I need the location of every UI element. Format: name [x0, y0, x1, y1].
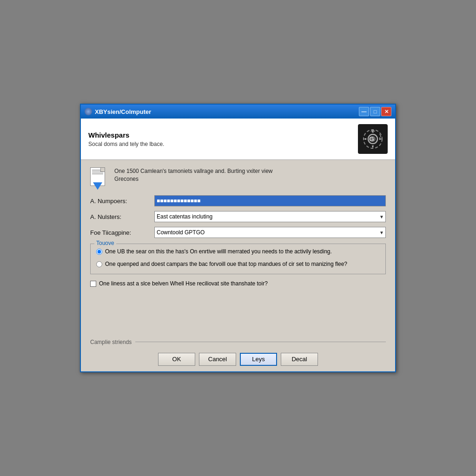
window-title: XBYsien/Colmputer — [95, 108, 151, 115]
ok-button[interactable]: OK — [158, 353, 195, 366]
checkbox-label: One liness ast a slce belven Whell Hse r… — [99, 280, 268, 288]
button-row: OK Cancel Leys Decal — [81, 349, 395, 371]
leys-button[interactable]: Leys — [240, 353, 277, 366]
title-bar-left: XBYsien/Colmputer — [85, 108, 151, 115]
title-bar: XBYsien/Colmputer — □ ✕ — [81, 105, 395, 119]
separator-line — [135, 342, 386, 342]
document-icon — [90, 167, 109, 188]
main-window: XBYsien/Colmputer — □ ✕ Whivlespars Soca… — [80, 104, 396, 372]
radio2-item: One quenped and doest campars the bac fo… — [96, 260, 380, 268]
minimize-button[interactable]: — — [359, 107, 369, 116]
touove-group: Touove One UB the sear on this the has's… — [90, 244, 386, 274]
nulsters-select-wrapper: East catentas incluting — [154, 211, 386, 222]
bottom-section: Camplie striends — [81, 337, 395, 345]
cancel-button[interactable]: Cancel — [199, 353, 236, 366]
field2-row: A. Nulsters: East catentas incluting — [90, 211, 386, 222]
field1-label: A. Numpoers: — [90, 198, 151, 205]
field3-label: Foe Tiicagpine: — [90, 229, 151, 236]
info-line1: One 1500 Camlean's tamoniets vallrage an… — [114, 168, 272, 174]
radio1-input[interactable] — [96, 249, 102, 255]
header-section: Whivlespars Socal doms and tely the lbac… — [81, 119, 395, 160]
svg-text:G: G — [369, 135, 374, 143]
header-text: Whivlespars Socal doms and tely the lbac… — [88, 131, 164, 147]
close-button[interactable]: ✕ — [381, 107, 391, 116]
radio1-label: One UB the sear on this the has's On enr… — [105, 248, 332, 256]
restore-button[interactable]: □ — [370, 107, 380, 116]
decal-button[interactable]: Decal — [281, 353, 318, 366]
checkbox-row: One liness ast a slce belven Whell Hse r… — [90, 280, 386, 288]
field1-row: A. Numpoers: — [90, 195, 386, 206]
numpoers-input[interactable] — [154, 195, 386, 206]
nulsters-select[interactable]: East catentas incluting — [154, 211, 386, 222]
tiicagpine-select-wrapper: Cowntoold GPTGO — [154, 227, 386, 238]
checkbox-input[interactable] — [90, 281, 96, 287]
radio1-item: One UB the sear on this the has's On enr… — [96, 248, 380, 256]
title-buttons: — □ ✕ — [359, 107, 391, 116]
radio2-input[interactable] — [96, 261, 102, 267]
radio2-label: One quenped and doest campars the bac fo… — [105, 260, 347, 268]
field2-label: A. Nulsters: — [90, 213, 151, 220]
tiicagpine-select[interactable]: Cowntoold GPTGO — [154, 227, 386, 238]
info-box: One 1500 Camlean's tamoniets vallrage an… — [90, 167, 386, 188]
field3-row: Foe Tiicagpine: Cowntoold GPTGO — [90, 227, 386, 238]
content-area: One 1500 Camlean's tamoniets vallrage an… — [81, 160, 395, 299]
separator-text: Camplie striends — [90, 339, 132, 345]
info-line2: Grecones — [114, 176, 139, 182]
separator: Camplie striends — [90, 339, 386, 345]
info-text: One 1500 Camlean's tamoniets vallrage an… — [114, 167, 272, 183]
group-title: Touove — [94, 240, 116, 246]
page-subtitle: Socal doms and tely the lbace. — [88, 141, 164, 147]
arrow-down-icon — [93, 182, 102, 190]
app-icon — [85, 108, 92, 115]
page-title: Whivlespars — [88, 131, 164, 139]
spacer — [81, 300, 395, 337]
header-logo: G — [358, 124, 388, 154]
gear-icon: G — [362, 128, 384, 150]
